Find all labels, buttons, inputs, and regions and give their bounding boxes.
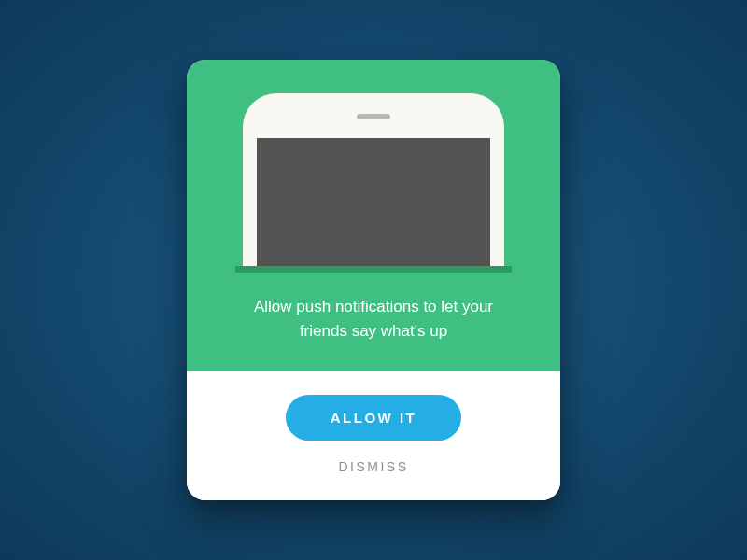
phone-shelf-icon	[235, 266, 512, 273]
modal-actions: ALLOW IT DISMISS	[187, 371, 560, 500]
modal-hero: Allow push notifications to let your fri…	[187, 60, 560, 371]
phone-screen-icon	[257, 138, 490, 266]
phone-speaker-icon	[357, 114, 390, 119]
dismiss-button[interactable]: DISMISS	[338, 459, 408, 474]
allow-button[interactable]: ALLOW IT	[286, 395, 461, 441]
modal-message: Allow push notifications to let your fri…	[233, 295, 514, 343]
phone-icon	[243, 93, 504, 266]
phone-illustration	[243, 93, 504, 273]
push-permission-modal: Allow push notifications to let your fri…	[187, 60, 560, 500]
